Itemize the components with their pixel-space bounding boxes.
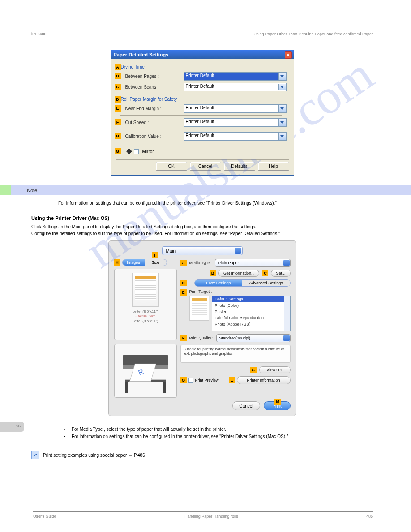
page-preview-card: Letter (8.5"x11") ↓ Actual Size Letter (…	[114, 269, 177, 340]
mac-cancel-button[interactable]: Cancel	[232, 401, 260, 410]
tab-size[interactable]: Size	[145, 259, 167, 266]
dialog-title: Paper Detailed Settings	[114, 52, 169, 57]
callout-mac-e: E	[180, 289, 187, 296]
main-panel-popup[interactable]: Main	[162, 246, 243, 255]
note-block-2: •For Media Type , select the type of pap…	[31, 425, 373, 441]
between-scans-label: Between Scans :	[125, 85, 184, 90]
section-drying-time: Drying Time	[121, 64, 287, 69]
callout-mac-g: G	[250, 367, 257, 373]
set-button[interactable]: Set...	[271, 270, 290, 277]
tab-easy-settings[interactable]: Easy Settings	[195, 280, 243, 286]
media-type-dropdown[interactable]: Plain Paper	[215, 259, 291, 267]
callout-mac-l: L	[229, 377, 235, 383]
settings-mode-tabs[interactable]: Easy Settings Advanced Settings	[194, 279, 291, 287]
scrollbar[interactable]	[284, 296, 290, 331]
preview-actual-size: ↓ Actual Size	[117, 314, 174, 318]
quality-description: Suitable for printing normal documents t…	[180, 345, 291, 363]
list-item[interactable]: Faithful Color Reproduction	[212, 315, 290, 321]
target-thumbnail-icon	[189, 296, 209, 321]
calibration-dropdown[interactable]: Printer Default	[184, 132, 287, 141]
list-item[interactable]: Photo (Adobe RGB)	[212, 321, 290, 327]
list-item[interactable]: Poster	[212, 309, 290, 315]
header-left: iPF6400	[31, 32, 47, 36]
callout-mac-i: I	[152, 252, 158, 258]
printer-preview-card: R	[114, 344, 177, 398]
callout-mac-a: A	[180, 260, 187, 266]
callout-a: A	[115, 64, 121, 70]
cut-speed-label: Cut Speed :	[125, 120, 184, 125]
print-quality-label: Print Quality :	[189, 336, 214, 340]
view-set-button[interactable]: View set.	[259, 366, 291, 373]
printer-information-button[interactable]: Printer Information	[237, 376, 291, 384]
running-header: iPF6400 Using Paper Other Than Genuine P…	[31, 32, 373, 36]
print-preview-label: Print Preview	[195, 378, 219, 382]
callout-h: H	[115, 133, 121, 139]
header-divider	[31, 27, 373, 27]
near-end-dropdown[interactable]: Printer Default	[184, 104, 287, 113]
footer-right: 485	[366, 514, 373, 519]
callout-mac-h: H	[114, 259, 120, 266]
dialog-titlebar[interactable]: Paper Detailed Settings ×	[111, 50, 294, 59]
between-pages-label: Between Pages :	[125, 74, 184, 79]
callout-mac-o: O	[180, 377, 187, 383]
page-footer: User's Guide Handling Paper Handling rol…	[33, 511, 373, 519]
help-button[interactable]: Help	[258, 162, 289, 171]
mirror-label: Mirror	[142, 149, 154, 154]
note-label-1: Note	[27, 188, 37, 193]
section-roll-margin: Roll Paper Margin for Safety	[121, 97, 287, 102]
images-size-segmented[interactable]: Images Size	[122, 259, 167, 266]
document-icon	[132, 273, 159, 307]
header-right: Using Paper Other Than Genuine Paper and…	[254, 32, 373, 36]
svg-rect-3	[163, 382, 166, 393]
callout-mac-m: M	[274, 399, 281, 405]
calibration-label: Calibration Value :	[125, 134, 184, 139]
print-target-listbox[interactable]: Default Settings Photo (Color) Poster Fa…	[212, 296, 291, 331]
cross-reference-row: ↗ Print setting examples using special p…	[31, 451, 373, 459]
defaults-button[interactable]: Defaults	[224, 162, 255, 171]
callout-e: E	[115, 105, 121, 112]
print-quality-dropdown[interactable]: Standard(300dpi)	[216, 334, 291, 342]
between-scans-dropdown[interactable]: Printer Default	[184, 83, 287, 91]
macos-line1: Click Settings in the Main panel to disp…	[31, 223, 373, 230]
callout-d: D	[115, 96, 121, 103]
link-icon: ↗	[31, 451, 39, 459]
mirror-icon	[126, 148, 132, 155]
media-type-label: Media Type :	[189, 261, 212, 265]
cross-reference-text: Print setting examples using special pap…	[43, 453, 145, 458]
macos-heading: Using the Printer Driver (Mac OS)	[31, 215, 373, 221]
footer-center: Handling Paper Handling rolls	[184, 514, 238, 519]
print-target-label: Print Target :	[189, 289, 212, 294]
tab-images[interactable]: Images	[123, 259, 145, 266]
preview-size-1: Letter (8.5"x11")	[117, 309, 174, 314]
callout-mac-d: D	[180, 280, 187, 286]
note-bar-1: Note	[0, 185, 411, 195]
note-text-1: For information on settings that can be …	[31, 197, 373, 207]
cut-speed-dropdown[interactable]: Printer Default	[184, 118, 287, 127]
cancel-button[interactable]: Cancel	[190, 162, 221, 171]
callout-mac-b: B	[210, 270, 216, 276]
note2-bullet1: For Media Type , select the type of pape…	[72, 427, 226, 432]
callout-c: C	[115, 84, 121, 90]
callout-g: G	[115, 148, 121, 154]
between-pages-dropdown[interactable]: Printer Default	[184, 72, 287, 81]
mirror-checkbox[interactable]	[134, 149, 139, 154]
list-item[interactable]: Default Settings	[212, 296, 290, 302]
page-number-badge: 485	[0, 422, 24, 432]
ok-button[interactable]: OK	[156, 162, 187, 171]
paper-detailed-settings-dialog: Paper Detailed Settings × A Drying Time …	[111, 50, 294, 176]
close-icon[interactable]: ×	[285, 51, 292, 59]
callout-mac-c: C	[262, 270, 268, 276]
get-information-button[interactable]: Get Information...	[218, 270, 260, 277]
tab-advanced-settings[interactable]: Advanced Settings	[242, 280, 290, 286]
callout-f: F	[115, 119, 121, 125]
list-item[interactable]: Photo (Color)	[212, 302, 290, 309]
print-preview-checkbox[interactable]	[188, 378, 193, 383]
note2-bullet2: For information on settings that can be …	[72, 434, 288, 439]
mac-print-dialog: Main H Images Size I Letter (8.5"x11") ↓…	[108, 240, 296, 416]
footer-left: User's Guide	[33, 514, 56, 519]
plotter-icon: R	[119, 351, 172, 395]
callout-b: B	[115, 73, 121, 79]
macos-line2: Configure the detailed settings to suit …	[31, 230, 373, 237]
near-end-label: Near End Margin :	[125, 106, 184, 111]
svg-rect-2	[125, 382, 128, 393]
